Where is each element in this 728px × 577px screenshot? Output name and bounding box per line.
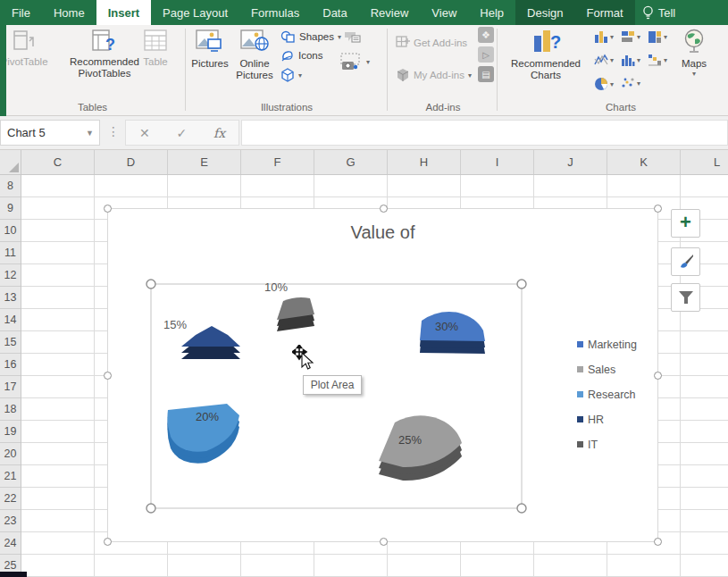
insert-statistic-chart-button[interactable]: ▾ — [621, 54, 640, 66]
column-header-l[interactable]: L — [681, 150, 728, 174]
row-header[interactable]: 17 — [0, 376, 21, 398]
insert-function-icon[interactable]: fx — [213, 126, 225, 140]
column-header-j[interactable]: J — [534, 150, 607, 174]
column-header-h[interactable]: H — [388, 150, 461, 174]
select-all-corner[interactable] — [0, 150, 21, 175]
row-header[interactable]: 14 — [0, 309, 21, 331]
column-header-i[interactable]: I — [461, 150, 534, 174]
chart-handle-bm[interactable] — [380, 538, 388, 546]
plot-area-handle-br[interactable] — [517, 504, 526, 513]
row-header[interactable]: 23 — [0, 510, 21, 532]
chart-handle-br[interactable] — [654, 538, 662, 546]
name-box[interactable]: Chart 5 ▼ — [0, 120, 100, 146]
insert-line-chart-button[interactable]: ▾ — [594, 54, 614, 66]
addin-play-icon[interactable]: ▷ — [478, 46, 494, 63]
tab-view[interactable]: View — [420, 0, 468, 25]
recommended-charts-button[interactable]: ? Recommended Charts — [499, 29, 592, 81]
plot-area-handle-tr[interactable] — [517, 280, 526, 288]
addin-store-icon[interactable]: ❖ — [478, 27, 494, 43]
insert-column-chart-button[interactable]: ▾ — [594, 30, 614, 43]
tab-insert[interactable]: Insert — [96, 0, 151, 25]
cancel-icon[interactable]: ✕ — [139, 126, 150, 140]
3d-models-button[interactable]: ▾ — [280, 68, 302, 82]
get-addins-button[interactable]: Get Add-ins — [396, 36, 467, 50]
tab-format[interactable]: Format — [575, 0, 635, 25]
row-header[interactable]: 24 — [0, 532, 21, 555]
column-header-g[interactable]: G — [314, 150, 388, 174]
name-box-dropdown-icon[interactable]: ▼ — [86, 129, 94, 138]
tab-formulas[interactable]: Formulas — [239, 0, 311, 25]
data-label-15[interactable]: 15% — [163, 318, 187, 331]
plot-area-handle-bl[interactable] — [146, 504, 155, 513]
row-header[interactable]: 20 — [0, 443, 21, 465]
row-header[interactable]: 8 — [0, 175, 21, 197]
chart-filters-button[interactable] — [671, 283, 700, 312]
tab-review[interactable]: Review — [359, 0, 421, 25]
row-header[interactable]: 19 — [0, 421, 21, 443]
maps-button[interactable]: Maps ▾ — [673, 29, 715, 78]
row-header[interactable]: 21 — [0, 465, 21, 488]
chart-object[interactable]: Value of — [107, 208, 658, 542]
icons-button[interactable]: Icons — [280, 49, 323, 62]
insert-hierarchy-chart-button[interactable]: ▾ — [648, 30, 667, 43]
insert-pie-chart-button[interactable]: ▾ — [594, 77, 614, 91]
my-addins-button[interactable]: My Add-ins ▾ — [396, 68, 472, 82]
pivottable-button[interactable]: PivotTable — [0, 29, 63, 68]
addin-people-graph-icon[interactable]: ▤ — [478, 66, 494, 82]
row-header[interactable]: 13 — [0, 287, 21, 309]
row-header[interactable]: 9 — [0, 197, 21, 220]
data-label-10[interactable]: 10% — [264, 280, 288, 294]
dropdown-arrow-icon: ▾ — [298, 71, 302, 79]
tab-home[interactable]: Home — [42, 0, 96, 25]
data-label-25[interactable]: 25% — [398, 433, 422, 447]
row-header[interactable]: 12 — [0, 264, 21, 287]
chart-elements-button[interactable]: + — [671, 209, 700, 238]
shapes-button[interactable]: Shapes▾ — [280, 30, 341, 43]
row-header[interactable]: 15 — [0, 331, 21, 354]
row-header[interactable]: 18 — [0, 398, 21, 421]
insert-waterfall-chart-button[interactable]: ▾ — [648, 54, 667, 66]
row-headers: 8 9 10 11 12 13 14 15 16 17 18 19 20 21 … — [0, 175, 21, 577]
pivotchart-button-partial[interactable]: P — [719, 29, 728, 69]
enter-icon[interactable]: ✓ — [176, 126, 187, 140]
row-header[interactable]: 16 — [0, 354, 21, 376]
chart-handle-ml[interactable] — [104, 372, 112, 380]
column-header-d[interactable]: D — [95, 150, 168, 174]
data-label-20[interactable]: 20% — [196, 410, 219, 423]
tab-design[interactable]: Design — [515, 0, 574, 25]
tab-tell-me[interactable]: Tell — [635, 0, 683, 25]
tab-help[interactable]: Help — [468, 0, 515, 25]
row-header[interactable]: 11 — [0, 242, 21, 264]
insert-bar-chart-button[interactable]: ▾ — [621, 30, 640, 43]
chart-handle-tl[interactable] — [104, 205, 112, 213]
chart-handle-mr[interactable] — [654, 372, 662, 380]
row-header[interactable]: 10 — [0, 220, 21, 242]
chart-handle-tm[interactable] — [380, 205, 388, 213]
chart-handle-tr[interactable] — [654, 205, 662, 213]
column-header-e[interactable]: E — [168, 150, 241, 174]
tab-page-layout[interactable]: Page Layout — [151, 0, 239, 25]
chart-styles-button[interactable] — [671, 247, 700, 276]
plot-area-handle-tl[interactable] — [146, 280, 155, 288]
chart-handle-bl[interactable] — [104, 538, 112, 546]
tab-data[interactable]: Data — [311, 0, 358, 25]
pictures-button[interactable]: Pictures — [189, 29, 230, 70]
row-header[interactable]: 22 — [0, 488, 21, 510]
data-label-30[interactable]: 30% — [435, 320, 458, 333]
formula-input[interactable] — [241, 120, 728, 146]
pie-slice-hr[interactable] — [181, 326, 240, 359]
formula-bar-drag-handle[interactable]: ⋮ — [107, 124, 120, 138]
tab-file[interactable]: File — [0, 0, 42, 25]
screenshot-button[interactable]: ▾ — [339, 52, 370, 71]
table-icon — [142, 29, 169, 54]
column-header-c[interactable]: C — [21, 150, 95, 174]
chart-legend[interactable]: Marketing Sales Research HR IT — [577, 339, 637, 451]
column-header-k[interactable]: K — [607, 150, 681, 174]
online-pictures-button[interactable]: Online Pictures — [232, 29, 277, 81]
pie-slice-it[interactable] — [277, 297, 314, 331]
insert-scatter-chart-button[interactable]: ▾ — [621, 77, 640, 89]
column-header-f[interactable]: F — [241, 150, 314, 174]
table-button[interactable]: Table — [130, 29, 180, 68]
pie-slice-sales[interactable] — [379, 415, 462, 481]
smartart-button[interactable] — [343, 30, 361, 45]
